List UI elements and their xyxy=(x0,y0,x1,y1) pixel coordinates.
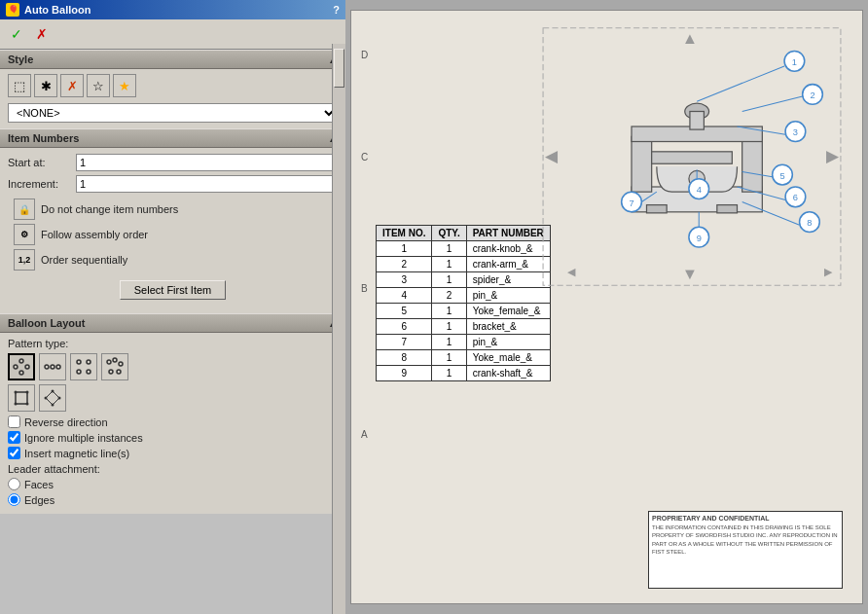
option-assembly-order[interactable]: ⚙ Follow assembly order xyxy=(8,222,338,247)
pattern-distributed[interactable] xyxy=(101,353,128,380)
insert-magnetic-label[interactable]: Insert magnetic line(s) xyxy=(24,448,129,459)
style-icon-star[interactable]: ★ xyxy=(113,74,136,97)
no-change-label: Do not change item numbers xyxy=(41,203,178,215)
title-block: PROPRIETARY AND CONFIDENTIAL THE INFORMA… xyxy=(648,511,843,589)
select-first-item-button[interactable]: Select First Item xyxy=(120,280,226,300)
svg-rect-38 xyxy=(690,112,704,130)
row-label-d: D xyxy=(361,50,368,60)
reverse-direction-checkbox[interactable] xyxy=(8,415,20,428)
bom-row: 61bracket_& xyxy=(377,319,551,335)
svg-text:6: 6 xyxy=(793,193,798,202)
scrollbar-thumb[interactable] xyxy=(334,49,344,88)
bom-cell-qty: 1 xyxy=(432,241,466,257)
style-icon-copy[interactable]: ⬚ xyxy=(8,74,31,97)
cancel-button[interactable]: ✗ xyxy=(31,23,53,45)
increment-input[interactable]: 1 xyxy=(76,175,338,193)
pattern-diamond[interactable] xyxy=(39,384,66,412)
bom-cell-part: Yoke_male_& xyxy=(466,350,550,366)
style-dropdown[interactable]: <NONE> xyxy=(8,103,338,123)
svg-point-7 xyxy=(77,360,81,364)
ignore-multiple-checkbox[interactable] xyxy=(8,431,20,444)
style-icon-delete[interactable]: ✗ xyxy=(60,74,84,97)
ignore-multiple-label[interactable]: Ignore multiple instances xyxy=(24,432,143,444)
svg-text:9: 9 xyxy=(697,234,702,243)
svg-text:2: 2 xyxy=(810,90,814,100)
svg-point-17 xyxy=(15,391,18,394)
bom-header-part: PART NUMBER xyxy=(466,226,550,241)
svg-marker-25 xyxy=(46,391,59,405)
style-icon-favorite[interactable]: ☆ xyxy=(87,74,110,97)
bom-cell-part: crank-arm_& xyxy=(466,257,550,272)
balloon-layout-header[interactable]: Balloon Layout ▲ xyxy=(0,313,345,333)
svg-point-8 xyxy=(87,360,90,364)
svg-point-19 xyxy=(15,403,18,406)
bom-row: 81Yoke_male_& xyxy=(377,350,551,366)
drawing-sheet: D C B A ITEM NO. QTY. PART NUMBER 11cran… xyxy=(350,10,863,604)
start-at-input[interactable]: 1 xyxy=(76,154,338,171)
bom-cell-qty: 1 xyxy=(432,335,466,350)
item-numbers-header[interactable]: Item Numbers ▲ xyxy=(0,128,345,148)
left-panel: 🎈 Auto Balloon ? ✓ ✗ Style ▲ ⬚ ✱ ✗ ☆ ★ <… xyxy=(0,0,345,614)
style-select[interactable]: <NONE> xyxy=(8,103,338,123)
option-sequential[interactable]: 1,2 Order sequentially xyxy=(8,247,338,272)
style-icon-row: ⬚ ✱ ✗ ☆ ★ xyxy=(0,69,345,100)
pattern-icons-row-2 xyxy=(8,384,338,412)
svg-point-5 xyxy=(51,365,54,369)
svg-text:▲: ▲ xyxy=(682,29,698,48)
panel-scrollbar[interactable] xyxy=(332,44,345,614)
assembly-icon: ⚙ xyxy=(14,224,35,245)
bom-cell-part: pin_& xyxy=(466,335,550,350)
ignore-multiple-row: Ignore multiple instances xyxy=(8,431,338,444)
bom-row: 51Yoke_female_& xyxy=(377,304,551,319)
insert-magnetic-checkbox[interactable] xyxy=(8,447,20,459)
svg-text:▼: ▼ xyxy=(682,265,698,283)
window-icon: 🎈 xyxy=(6,3,19,17)
svg-text:5: 5 xyxy=(779,171,784,181)
bom-cell-qty: 1 xyxy=(432,304,466,319)
reverse-direction-row: Reverse direction xyxy=(8,415,338,428)
svg-point-20 xyxy=(26,403,29,406)
svg-text:8: 8 xyxy=(807,218,812,228)
pattern-horizontal[interactable] xyxy=(39,353,66,380)
start-at-row: Start at: 1 xyxy=(8,154,338,171)
help-button[interactable]: ? xyxy=(333,4,340,16)
bom-row: 11crank-knob_& xyxy=(377,241,551,257)
bom-cell-item: 8 xyxy=(377,350,432,366)
style-section-label: Style xyxy=(8,54,33,65)
ok-button[interactable]: ✓ xyxy=(6,23,27,45)
edges-label[interactable]: Edges xyxy=(24,494,54,506)
bom-cell-qty: 1 xyxy=(432,350,466,366)
svg-text:3: 3 xyxy=(793,127,798,137)
svg-point-0 xyxy=(19,359,23,363)
bom-cell-qty: 1 xyxy=(432,366,466,381)
style-icon-paste[interactable]: ✱ xyxy=(34,74,57,97)
svg-point-9 xyxy=(77,370,81,374)
option-no-change[interactable]: 🔒 Do not change item numbers xyxy=(8,197,338,222)
bom-cell-item: 3 xyxy=(377,272,432,288)
edges-radio[interactable] xyxy=(8,493,20,506)
svg-line-45 xyxy=(697,66,784,101)
bom-cell-item: 9 xyxy=(377,366,432,381)
faces-label[interactable]: Faces xyxy=(24,479,54,490)
faces-radio[interactable] xyxy=(8,478,20,490)
svg-rect-16 xyxy=(16,392,27,404)
pattern-square[interactable] xyxy=(8,384,35,412)
svg-rect-34 xyxy=(632,136,652,192)
style-section-header[interactable]: Style ▲ xyxy=(0,50,345,69)
title-bar: 🎈 Auto Balloon ? xyxy=(0,0,345,19)
window-title: Auto Balloon xyxy=(24,4,90,16)
item-numbers-label: Item Numbers xyxy=(8,132,79,144)
drawing-area: D C B A ITEM NO. QTY. PART NUMBER 11cran… xyxy=(345,0,868,614)
bom-row: 42pin_& xyxy=(377,288,551,304)
svg-point-1 xyxy=(25,365,29,369)
svg-rect-41 xyxy=(647,205,668,213)
svg-text:7: 7 xyxy=(629,199,633,208)
svg-point-18 xyxy=(26,391,29,394)
svg-text:◀: ◀ xyxy=(545,147,559,165)
pattern-grid[interactable] xyxy=(70,353,97,380)
reverse-direction-label[interactable]: Reverse direction xyxy=(24,416,108,428)
pattern-circular[interactable] xyxy=(8,353,35,380)
bom-cell-item: 5 xyxy=(377,304,432,319)
pattern-type-label: Pattern type: xyxy=(8,338,338,349)
item-numbers-section: Item Numbers ▲ Start at: 1 Increment: 1 … xyxy=(0,128,345,313)
